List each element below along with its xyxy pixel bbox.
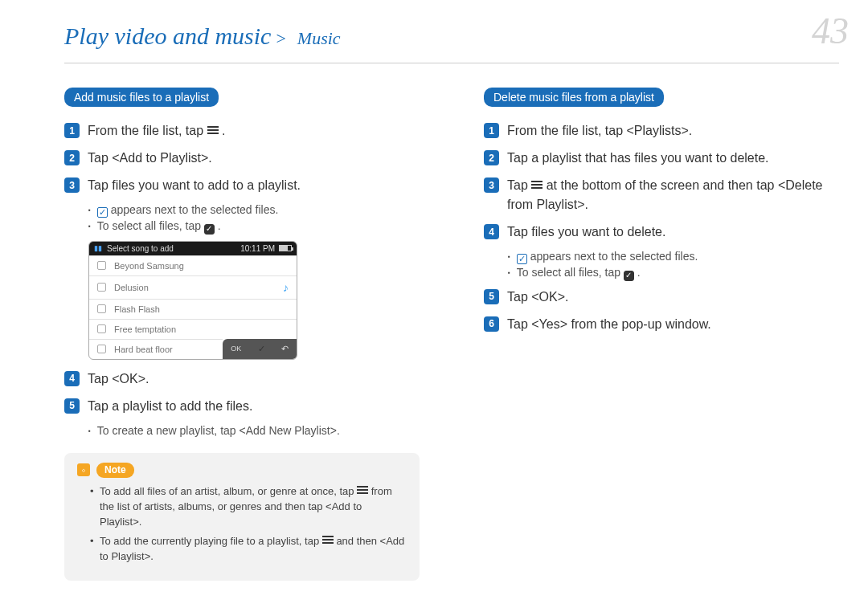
- step-number: 1: [484, 123, 499, 138]
- note-box: ⬦ Note To add all files of an artist, al…: [64, 453, 420, 581]
- checkbox-icon: [97, 324, 106, 333]
- check-icon: ✓: [517, 254, 527, 264]
- page-subsection: Music: [297, 28, 341, 49]
- step-text: From the file list, tap <Playlists>.: [507, 121, 839, 141]
- step-number: 6: [484, 316, 499, 332]
- step-6: 6 Tap <Yes> from the pop-up window.: [484, 315, 839, 334]
- list-item: Free temptation: [89, 319, 297, 339]
- checkbox-icon: [97, 261, 106, 270]
- select-all-icon: ✓: [624, 271, 634, 281]
- section-pill-add: Add music files to a playlist: [64, 88, 219, 107]
- list-item: Delusion♪: [89, 275, 297, 299]
- check-icon: ✓: [97, 207, 108, 218]
- device-footer: OK ✓ ↶: [223, 339, 297, 359]
- step-3: 3 Tap files you want to add to a playlis…: [64, 176, 420, 195]
- step-number: 3: [64, 177, 80, 193]
- step-text: Tap <Add to Playlist>.: [88, 149, 420, 168]
- step-1: 1 From the file list, tap .: [64, 121, 420, 141]
- step-3: 3 Tap at the bottom of the screen and th…: [484, 176, 839, 214]
- checkbox-icon: [97, 283, 106, 292]
- step-4: 4 Tap files you want to delete.: [484, 222, 839, 242]
- checkbox-icon: [97, 304, 106, 313]
- menu-icon: [322, 534, 334, 545]
- step-text: Tap <OK>.: [507, 288, 839, 307]
- step-text: Tap files you want to delete.: [507, 222, 839, 242]
- checkbox-icon: [97, 345, 106, 353]
- menu-icon: [531, 179, 542, 190]
- note-label: Note: [96, 463, 134, 478]
- step-number: 5: [64, 398, 80, 414]
- device-bar-time: 10:11 PM: [240, 244, 275, 253]
- step-number: 1: [64, 123, 80, 138]
- device-bar-title: Select song to add: [107, 244, 174, 253]
- section-pill-delete: Delete music files from a playlist: [484, 88, 664, 107]
- breadcrumb: Play video and music > Music: [0, 0, 868, 55]
- step-number: 2: [484, 150, 499, 165]
- step-4: 4 Tap <OK>.: [64, 369, 420, 389]
- step-1: 1 From the file list, tap <Playlists>.: [484, 121, 839, 141]
- step-number: 2: [64, 150, 80, 165]
- step-text: Tap a playlist to add the files.: [88, 397, 420, 416]
- left-column: Add music files to a playlist 1 From the…: [64, 88, 420, 581]
- battery-icon: [279, 245, 292, 251]
- list-item: Beyond Samsung: [89, 255, 297, 275]
- select-all-icon: ✓: [258, 344, 265, 354]
- select-all-icon: ✓: [204, 224, 215, 235]
- page-number: 43: [812, 10, 849, 52]
- breadcrumb-separator: >: [276, 28, 285, 49]
- menu-icon: [207, 124, 219, 136]
- note-item: To add the currently playing file to a p…: [90, 534, 407, 565]
- back-icon: ↶: [281, 344, 289, 354]
- menu-icon: [357, 484, 368, 496]
- step-text: Tap files you want to add to a playlist.: [88, 176, 420, 195]
- step-number: 3: [484, 177, 499, 193]
- step-2: 2 Tap <Add to Playlist>.: [64, 149, 420, 168]
- note-item: To add all files of an artist, album, or…: [90, 484, 407, 530]
- list-item: Flash Flash: [89, 299, 297, 319]
- step-3-notes: ✓ appears next to the selected files. To…: [88, 203, 420, 235]
- device-status-bar: ▮▮ Select song to add 10:11 PM: [89, 242, 297, 255]
- pause-icon: ▮▮: [94, 244, 102, 252]
- step-number: 4: [64, 371, 80, 386]
- step-number: 4: [484, 224, 499, 239]
- note-cube-icon: ⬦: [77, 463, 90, 476]
- step-text: Tap a playlist that has files you want t…: [507, 149, 839, 168]
- header-rule: [64, 63, 839, 63]
- music-note-icon: ♪: [283, 281, 289, 294]
- step-4-notes: ✓ appears next to the selected files. To…: [508, 250, 839, 281]
- step-5: 5 Tap a playlist to add the files.: [64, 397, 420, 416]
- step-5-notes: To create a new playlist, tap <Add New P…: [88, 424, 420, 437]
- step-5: 5 Tap <OK>.: [484, 288, 839, 307]
- step-number: 5: [484, 289, 499, 304]
- step-2: 2 Tap a playlist that has files you want…: [484, 149, 839, 168]
- step-text: Tap: [507, 178, 531, 192]
- ok-button: OK: [231, 345, 241, 353]
- page-title: Play video and music: [64, 22, 271, 50]
- device-screenshot: ▮▮ Select song to add 10:11 PM Beyond Sa…: [88, 241, 297, 360]
- list-item: Hard beat floor: [89, 339, 223, 359]
- right-column: Delete music files from a playlist 1 Fro…: [484, 88, 839, 581]
- step-text: From the file list, tap: [88, 124, 207, 137]
- step-text: Tap <OK>.: [88, 369, 420, 389]
- step-text: Tap <Yes> from the pop-up window.: [507, 315, 839, 334]
